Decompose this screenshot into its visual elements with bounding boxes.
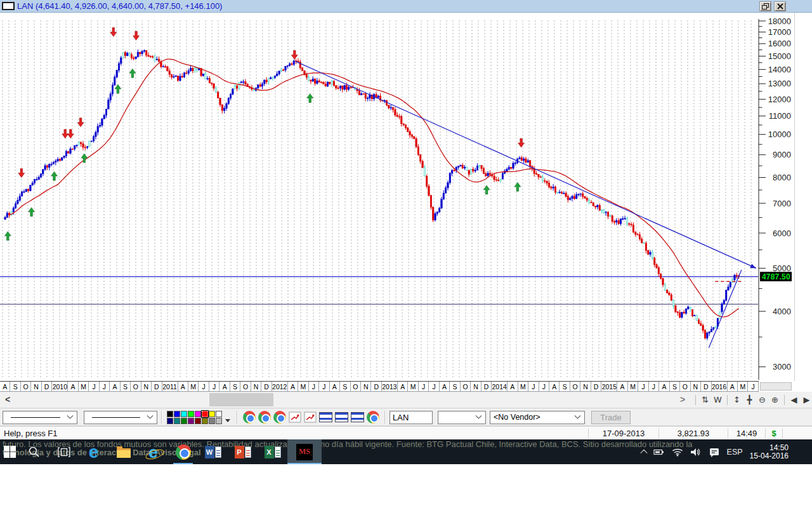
x-axis-month-label: S — [560, 382, 570, 391]
x-axis-month-label: O — [351, 382, 361, 391]
trade-button[interactable]: Trade — [591, 411, 631, 424]
open-chart-icon[interactable] — [304, 411, 317, 423]
palette-swatch[interactable] — [209, 418, 215, 424]
weekly-periodicity-icon[interactable]: W — [713, 395, 723, 404]
x-axis-month-label: M — [79, 382, 89, 391]
gridlines — [3, 20, 751, 379]
buy-signal-arrow — [4, 232, 11, 241]
horizontal-lines[interactable] — [0, 277, 758, 305]
x-axis-year-label: 2011 — [162, 382, 178, 391]
palette-swatch[interactable] — [181, 411, 187, 417]
taskbar-metastock-button[interactable]: MS — [287, 439, 322, 464]
scroll-left-arrow[interactable]: < — [5, 394, 10, 404]
x-axis-month-label: A — [288, 382, 298, 391]
start-button[interactable] — [0, 439, 19, 464]
language-indicator[interactable]: ESP — [727, 448, 743, 457]
chart-scrollbar-row: < > ⇅W↕╋⊖⊕◀▶≡ — [0, 392, 812, 408]
vendor-value: <No Vendor> — [490, 413, 575, 422]
price-chart[interactable]: 1800017000160001500014000130001200011000… — [0, 13, 794, 381]
palette-swatch[interactable] — [174, 411, 180, 417]
x-axis-month-label: M — [188, 382, 199, 391]
buy-signal-arrow — [307, 94, 313, 103]
taskbar-powerpoint-button[interactable]: P — [228, 439, 258, 464]
restore-icon — [762, 3, 769, 10]
taskbar-chrome-button[interactable] — [168, 439, 198, 464]
online-globe-icon[interactable] — [273, 411, 286, 424]
x-axis-month-label: M — [628, 382, 638, 391]
x-axis-month-label: O — [240, 382, 251, 391]
pan-icon[interactable]: ╋ — [745, 395, 754, 404]
window-right-edge — [794, 13, 795, 381]
scrollbar-thumb[interactable] — [209, 393, 273, 406]
vendor-dropdown[interactable]: <No Vendor> — [490, 411, 585, 424]
status-time: 14:49 — [728, 429, 765, 438]
palette-dropdown-arrow[interactable] — [225, 419, 230, 422]
palette-swatch[interactable] — [188, 418, 194, 424]
wifi-icon[interactable] — [672, 447, 683, 457]
sell-signal-arrow — [291, 51, 298, 60]
notification-icon[interactable] — [709, 447, 720, 457]
downloader-globe-icon[interactable] — [258, 411, 271, 424]
status-bar: Help, press F1 17-09-2013 3,821.93 14:49… — [0, 426, 812, 439]
palette-swatch[interactable] — [195, 411, 201, 417]
taskbar-file-explorer-button[interactable] — [108, 439, 138, 464]
palette-swatch[interactable] — [209, 411, 215, 417]
explorer-globe-icon[interactable] — [243, 411, 256, 424]
trendlines[interactable] — [296, 62, 756, 348]
arrange-windows-icon[interactable] — [351, 412, 364, 422]
x-axis: ASOND2010AMJJASOND2011AMJJASOND2012AMJJA… — [0, 381, 759, 392]
cascade-windows-icon[interactable] — [335, 412, 348, 422]
task-view-button[interactable] — [49, 439, 79, 464]
task-view-icon — [58, 446, 70, 458]
web-globe-icon[interactable] — [367, 411, 379, 424]
status-value: 3,821.93 — [659, 429, 728, 438]
taskbar-search-button[interactable] — [19, 439, 49, 464]
palette-swatch[interactable] — [188, 411, 194, 417]
palette-swatch[interactable] — [202, 418, 208, 424]
palette-swatch[interactable] — [216, 411, 222, 417]
volume-icon[interactable] — [690, 447, 702, 457]
x-axis-month-label: D — [591, 382, 601, 391]
status-date: 17-09-2013 — [589, 429, 658, 438]
line-style-dropdown[interactable] — [3, 411, 77, 424]
icon-group-separator — [695, 395, 696, 405]
step-left-icon[interactable]: ◀ — [789, 395, 799, 404]
scroll-right-arrow[interactable]: > — [680, 394, 685, 404]
x-axis-month-label: J — [89, 382, 99, 391]
restore-window-button[interactable] — [759, 1, 771, 11]
x-axis-month-label: A — [110, 382, 120, 391]
taskbar-edge-button[interactable]: e — [79, 439, 108, 464]
x-axis-month-label: A — [659, 382, 669, 391]
x-axis-month-label: A — [68, 382, 78, 391]
palette-swatch[interactable] — [202, 411, 208, 417]
zoom-in-icon[interactable]: ⊕ — [770, 395, 780, 404]
x-axis-month-label: J — [209, 382, 219, 391]
taskbar-clock[interactable]: 14:50 15-04-2016 — [750, 444, 789, 460]
taskbar-word-button[interactable]: W — [198, 439, 228, 464]
new-chart-icon[interactable] — [289, 411, 301, 423]
palette-swatch[interactable] — [216, 418, 222, 424]
taskbar-excel-button[interactable]: X — [258, 439, 287, 464]
palette-swatch[interactable] — [167, 411, 173, 417]
power-battery-icon[interactable] — [653, 448, 665, 457]
vertical-scale-icon[interactable]: ↕ — [732, 395, 742, 404]
palette-swatch[interactable] — [181, 418, 187, 424]
tray-time: 14:50 — [750, 444, 789, 452]
palette-swatch[interactable] — [195, 418, 201, 424]
line-style-preview — [11, 417, 60, 418]
zoom-out-icon[interactable]: ⊖ — [757, 395, 767, 404]
step-right-icon[interactable]: ▶ — [802, 395, 811, 404]
palette-swatch[interactable] — [167, 418, 173, 424]
taskbar-internet-explorer-button[interactable]: e — [138, 439, 168, 464]
x-axis-month-label: N — [361, 382, 371, 391]
line-weight-dropdown[interactable] — [84, 411, 157, 424]
symbol-list-dropdown[interactable] — [438, 411, 486, 424]
close-window-button[interactable] — [774, 1, 786, 11]
y-axis-label: 7000 — [773, 199, 791, 208]
tray-overflow-icon[interactable] — [640, 449, 647, 456]
desktop-below-taskbar — [0, 464, 812, 508]
refresh-icon[interactable]: ⇅ — [700, 395, 710, 404]
symbol-input[interactable]: LAN — [390, 411, 433, 424]
palette-swatch[interactable] — [174, 418, 180, 424]
tile-windows-icon[interactable] — [319, 412, 332, 422]
